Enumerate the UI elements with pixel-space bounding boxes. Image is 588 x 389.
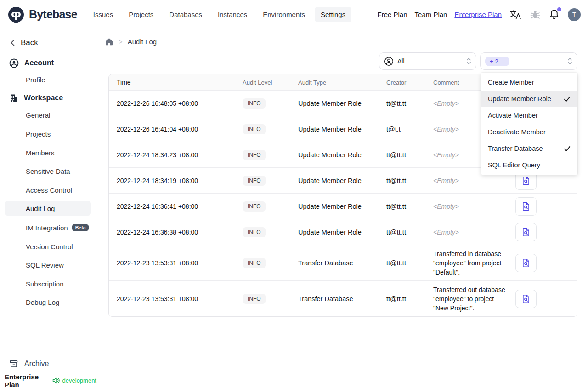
column-header-audit-level: Audit Level	[243, 79, 298, 86]
cell-comment: <Empty>	[433, 228, 516, 237]
sidebar-item-general[interactable]: General	[5, 108, 91, 122]
sidebar-item-profile[interactable]: Profile	[5, 72, 91, 87]
creator-filter-select[interactable]: All	[379, 52, 476, 70]
cell-time: 2022-12-24 16:36:41 +08:00	[109, 203, 243, 210]
sidebar-item-sql-review[interactable]: SQL Review	[5, 257, 91, 272]
account-icon	[9, 58, 19, 68]
cell-type: Update Member Role	[298, 229, 386, 236]
cell-creator: tt@tt.tt	[386, 295, 433, 303]
cell-creator: tt@tt.tt	[386, 229, 433, 236]
free-plan-link[interactable]: Free Plan	[378, 11, 407, 18]
nav-item-projects[interactable]: Projects	[123, 7, 159, 22]
sidebar-item-version-control[interactable]: Version Control	[5, 239, 91, 254]
bytebase-logo[interactable]: Bytebase	[7, 6, 77, 23]
menu-item-label: Deactivate Member	[488, 128, 546, 136]
main-nav: Issues Projects Databases Instances Envi…	[87, 7, 351, 22]
nav-item-databases[interactable]: Databases	[163, 7, 208, 22]
sidebar-item-label: Access Control	[26, 186, 72, 194]
cell-type: Transfer Database	[298, 295, 386, 303]
footer-plan-label: Enterprise Plan	[5, 373, 50, 389]
cell-type: Update Member Role	[298, 203, 386, 210]
cell-creator: tt@tt.tt	[386, 177, 433, 184]
cell-creator: t@t.t	[386, 126, 433, 133]
audit-type-dropdown-menu: Create Member Update Member Role Activat…	[481, 73, 577, 175]
back-button[interactable]: Back	[10, 35, 38, 50]
sidebar-item-label: Projects	[26, 130, 51, 138]
home-icon[interactable]	[105, 37, 113, 46]
nav-item-issues[interactable]: Issues	[87, 7, 119, 22]
view-detail-button[interactable]	[515, 254, 537, 272]
view-detail-button[interactable]	[515, 223, 537, 241]
sidebar-item-members[interactable]: Members	[5, 145, 91, 160]
menu-item-update-member-role[interactable]: Update Member Role	[481, 91, 577, 107]
sidebar-item-label: General	[26, 111, 50, 119]
cell-level: INFO	[243, 98, 298, 109]
settings-sidebar: Back Account Profile	[0, 30, 96, 389]
sidebar-item-label: Members	[26, 149, 55, 157]
table-row: 2022-12-23 13:53:31 +08:00 INFO Transfer…	[109, 245, 577, 280]
view-detail-button[interactable]	[515, 290, 537, 308]
sidebar-item-audit-log[interactable]: Audit Log	[5, 201, 91, 216]
bug-icon[interactable]	[530, 9, 541, 20]
cell-type: Update Member Role	[298, 126, 386, 133]
team-plan-link[interactable]: Team Plan	[415, 11, 447, 18]
avatar[interactable]: T	[568, 8, 581, 21]
archive-button[interactable]: Archive	[9, 356, 49, 371]
cell-actions	[516, 254, 577, 272]
menu-item-deactivate-member[interactable]: Deactivate Member	[481, 124, 577, 140]
nav-item-environments[interactable]: Environments	[257, 7, 311, 22]
archive-label: Archive	[24, 360, 49, 368]
sidebar-footer: Enterprise Plan development	[0, 372, 96, 389]
sidebar-section-account: Account	[9, 56, 54, 70]
table-row: 2022-12-23 13:53:31 +08:00 INFO Transfer…	[109, 280, 577, 316]
bell-icon[interactable]	[548, 9, 560, 20]
level-badge: INFO	[243, 176, 266, 186]
column-header-audit-type: Audit Type	[298, 79, 386, 86]
select-arrows-icon	[567, 57, 572, 66]
file-search-icon	[521, 176, 531, 185]
sidebar-section-workspace: Workspace	[9, 91, 63, 105]
nav-item-settings[interactable]: Settings	[315, 7, 351, 22]
sidebar-item-projects[interactable]: Projects	[5, 126, 91, 141]
beta-badge: Beta	[72, 224, 90, 231]
menu-item-transfer-database[interactable]: Transfer Database	[481, 140, 577, 157]
cell-level: INFO	[243, 176, 298, 186]
cell-time: 2022-12-26 16:48:05 +08:00	[109, 100, 243, 107]
user-filter-icon	[384, 57, 394, 66]
sidebar-item-sensitive-data[interactable]: Sensitive Data	[5, 164, 91, 178]
nav-item-instances[interactable]: Instances	[212, 7, 253, 22]
enterprise-plan-link[interactable]: Enterprise Plan	[454, 11, 502, 18]
cell-creator: tt@tt.tt	[386, 203, 433, 210]
file-search-icon	[521, 294, 531, 303]
select-arrows-icon	[466, 57, 471, 66]
menu-item-sql-editor-query[interactable]: SQL Editor Query	[481, 157, 577, 173]
cell-level: INFO	[243, 201, 298, 212]
section-title: Workspace	[24, 94, 63, 102]
menu-item-create-member[interactable]: Create Member	[481, 74, 577, 91]
menu-item-activate-member[interactable]: Activate Member	[481, 107, 577, 124]
sidebar-item-access-control[interactable]: Access Control	[5, 183, 91, 197]
cell-type: Update Member Role	[298, 100, 386, 107]
view-detail-button[interactable]	[515, 197, 537, 216]
cell-actions	[516, 223, 577, 241]
file-search-icon	[521, 228, 531, 237]
sidebar-item-label: IM Integration	[26, 224, 68, 232]
sidebar-item-im-integration[interactable]: IM Integration Beta	[5, 220, 91, 235]
sidebar-item-subscription[interactable]: Subscription	[5, 276, 91, 291]
cell-time: 2022-12-24 18:34:19 +08:00	[109, 177, 243, 184]
speaker-icon	[52, 377, 60, 384]
audit-type-filter-select[interactable]: + 2 ...	[480, 52, 577, 70]
cell-level: INFO	[243, 258, 298, 268]
breadcrumb: > Audit Log	[105, 36, 157, 47]
menu-item-label: Update Member Role	[488, 95, 551, 103]
level-badge: INFO	[243, 98, 266, 109]
sidebar-item-label: Debug Log	[26, 298, 59, 306]
cell-comment: <Empty>	[433, 176, 516, 185]
sidebar-item-label: Sensitive Data	[26, 167, 70, 175]
bytebase-logo-icon	[7, 6, 25, 23]
level-badge: INFO	[243, 227, 266, 237]
cell-time: 2022-12-24 16:36:38 +08:00	[109, 229, 243, 236]
notification-dot	[557, 7, 561, 11]
translate-icon[interactable]	[509, 9, 522, 20]
sidebar-item-debug-log[interactable]: Debug Log	[5, 295, 91, 309]
